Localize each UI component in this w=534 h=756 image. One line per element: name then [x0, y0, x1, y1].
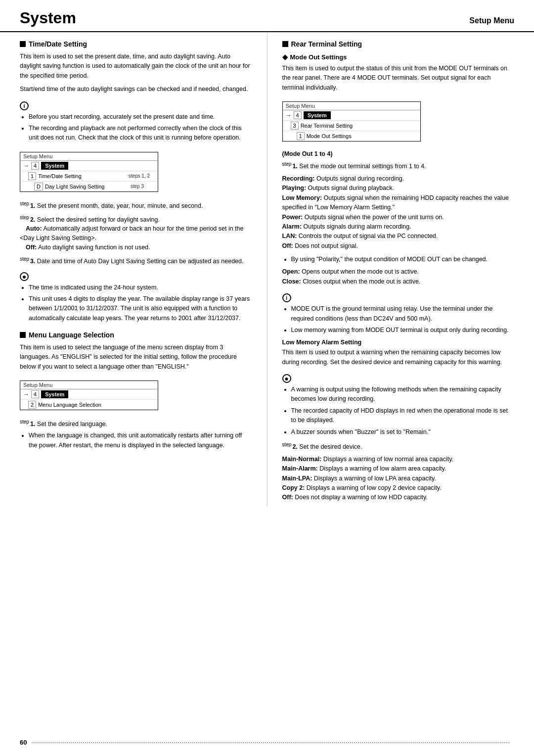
diagram-system-row: → 4 System	[283, 110, 420, 120]
playing-label: Playing:	[282, 185, 307, 191]
mode-out-step1-num: 1.	[292, 163, 297, 170]
diagram-system-label: System	[41, 390, 68, 398]
diagram-item2-label: Mode Out Settings	[307, 133, 352, 139]
low-mem-note-list: A warning is output using the following …	[282, 385, 515, 437]
copy2-text: Displays a warning of low copy 2 device …	[307, 484, 442, 491]
low-memory-alarm-title: Low Memory Alarm Setting	[282, 339, 362, 346]
rear-terminal-title: Rear Terminal Setting	[291, 40, 362, 48]
low-memory-alarm-heading: Low Memory Alarm Setting	[282, 339, 515, 346]
arrow-icon: →	[23, 391, 29, 398]
notice-icon: i	[282, 293, 291, 302]
lang-step1-text: Set the desired language.	[37, 421, 107, 427]
recording-text: Outputs signal during recording.	[316, 175, 404, 182]
low-memory-label: Low Memory:	[282, 194, 322, 201]
notice-icon: i	[20, 101, 29, 110]
step2-off-text: Auto daylight saving function is not use…	[38, 244, 150, 251]
diagram-item1-label: Rear Terminal Setting	[301, 123, 353, 129]
section-bullet	[20, 332, 26, 338]
step1-block: step1. Set the present month, date, year…	[20, 200, 252, 211]
step2-auto-text: Automatically adjust forward or back an …	[20, 225, 244, 241]
main-alarm-label: Main-Alarm:	[282, 465, 318, 472]
note-item: The recorded capacity of HDD displays in…	[291, 406, 515, 425]
note-item: A buzzer sounds when "Buzzer" is set to …	[291, 427, 515, 437]
time-date-notice: i Before you start recording, accurately…	[20, 98, 252, 143]
off-label: Off:	[282, 242, 293, 249]
step2-auto: Auto: Automatically adjust forward or ba…	[20, 225, 244, 241]
main-lpa-label: Main-LPA:	[282, 475, 312, 482]
diagram-system-label: System	[41, 162, 68, 170]
diagram-item1-row: 1 Time/Date Setting steps 1, 2	[20, 171, 158, 181]
mode-out-diagram: Setup Menu → 4 System 3 Rear Terminal Se…	[282, 101, 421, 142]
footer: 60	[20, 739, 514, 746]
diagram-item1-num: 2	[28, 401, 36, 409]
diagram-setup-menu: Setup Menu	[20, 381, 158, 389]
step1-text: Set the present month, date, year, hour,…	[37, 202, 203, 209]
diagram-system-row: → 4 System	[20, 389, 158, 399]
mode-out-notice-list: MODE OUT is the ground terminal using re…	[282, 304, 515, 335]
low-mem-device-list: Main-Normal: Displays a warning of low n…	[282, 455, 515, 503]
page-subtitle: Setup Menu	[469, 16, 514, 25]
left-column: Time/Date Setting This item is used to s…	[20, 32, 252, 507]
mode-out-para1: This item is used to output the status o…	[282, 64, 515, 93]
step2-label: step	[20, 215, 29, 220]
main-content: Time/Date Setting This item is used to s…	[0, 32, 534, 507]
diagram-item1-steps: steps 1, 2	[129, 173, 150, 179]
page-title: System	[20, 9, 76, 27]
step2-auto-label: Auto:	[26, 225, 42, 232]
step2-off-label: Off:	[26, 244, 37, 251]
note-item: The time is indicated using the 24-hour …	[29, 283, 252, 292]
lang-step1-label: step	[20, 419, 29, 425]
notice-item: The recording and playback are not perfo…	[29, 124, 252, 143]
menu-lang-diagram: Setup Menu → 4 System 2 Menu Language Se…	[20, 380, 158, 410]
note-icon: ●	[20, 272, 29, 281]
lang-step1-num: 1.	[30, 421, 35, 427]
copy2-label: Copy 2:	[282, 484, 305, 491]
diagram-item2-label: Day Light Saving Setting	[45, 184, 104, 189]
mode-out-step1: step1. Set the mode out terminal setting…	[282, 160, 515, 171]
off-text: Does not output signal.	[295, 242, 358, 249]
header: System Setup Menu	[0, 0, 534, 32]
open-text: Opens output when the mode out is active…	[302, 268, 419, 275]
step1-label: step	[20, 201, 29, 206]
time-date-diagram: Setup Menu → 4 System 1 Time/Date Settin…	[20, 152, 158, 192]
lan-label: LAN:	[282, 233, 297, 239]
lang-step1-block: step1. Set the desired language. When th…	[20, 418, 252, 450]
rear-terminal-heading: Rear Terminal Setting	[282, 40, 515, 48]
lang-step1-bullets: When the language is changed, this unit …	[20, 431, 252, 450]
main-normal-label: Main-Normal:	[282, 456, 322, 463]
power-text: Outputs signal when the power of the uni…	[305, 214, 444, 221]
arrow-icon: →	[286, 112, 292, 119]
step2-off: Off: Auto daylight saving function is no…	[20, 244, 150, 251]
diagram-system-label: System	[304, 111, 331, 119]
low-memory-alarm-para1: This item is used to output a warning wh…	[282, 348, 515, 367]
mode-out-notice: i MODE OUT is the ground terminal using …	[282, 290, 515, 335]
step3-text: Date and time of Auto Day Light Saving S…	[37, 258, 244, 265]
power-label: Power:	[282, 214, 303, 221]
lan-text: Controls the output of signal via the PC…	[299, 233, 438, 239]
open-label: Open:	[282, 268, 300, 275]
page-number: 60	[20, 739, 27, 746]
menu-lang-title: Menu Language Selection	[29, 331, 114, 339]
time-date-heading: Time/Date Setting	[20, 40, 252, 48]
step3-num: 3.	[30, 258, 35, 265]
diagram-item2-num: 1	[297, 132, 305, 140]
diagram-setup-menu: Setup Menu	[20, 152, 158, 161]
note-item: A warning is output using the following …	[291, 385, 515, 404]
notice-item: Before you start recording, accurately s…	[29, 112, 252, 122]
main-lpa-text: Displays a warning of low LPA area capac…	[314, 475, 436, 482]
step3-label: step	[20, 256, 29, 262]
main-normal-text: Displays a warning of low normal area ca…	[323, 456, 453, 463]
footer-divider	[32, 742, 509, 743]
mode-out-step1-text: Set the mode out terminal settings from …	[299, 163, 426, 170]
section-bullet	[20, 41, 26, 47]
note-icon: ●	[282, 374, 291, 383]
alarm-label: Alarm:	[282, 223, 302, 230]
open-close-text: Open: Opens output when the mode out is …	[282, 267, 515, 286]
main-alarm-text: Displays a warning of low alarm area cap…	[319, 465, 446, 472]
mode-out-1to4-heading: (Mode Out 1 to 4)	[282, 150, 515, 157]
menu-lang-heading: Menu Language Selection	[20, 331, 252, 339]
recording-label: Recording:	[282, 175, 315, 182]
diagram-item1-num: 1	[28, 172, 36, 180]
diagram-item1-label: Menu Language Selection	[38, 402, 101, 408]
right-column: Rear Terminal Setting ◆ Mode Out Setting…	[267, 32, 515, 507]
